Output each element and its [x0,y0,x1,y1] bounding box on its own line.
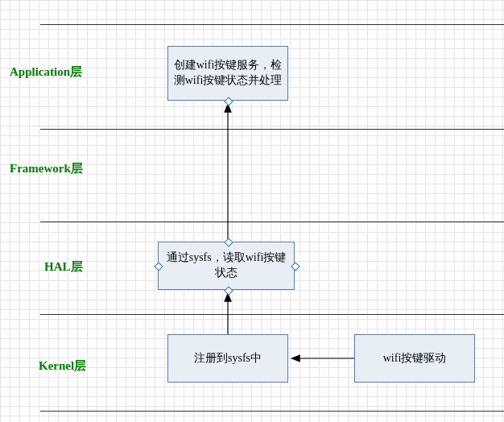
section-line [40,129,504,130]
section-line [40,221,504,222]
section-line [40,24,504,25]
layer-label-kernel: Kernel层 [39,358,86,374]
layer-label-framework: Framework层 [10,161,83,176]
section-line [40,411,504,412]
layer-label-hal: HAL层 [44,259,83,275]
node-hal-read: 通过sysfs，读取wifi按键状态 [158,242,295,290]
node-wifi-driver: wifi按键驱动 [354,334,475,383]
node-sysfs-register: 注册到sysfs中 [167,334,288,383]
node-app-service: 创建wifi按键服务，检测wifi按键状态并处理 [167,46,288,101]
section-line [40,314,504,315]
layer-label-application: Application层 [10,64,82,80]
